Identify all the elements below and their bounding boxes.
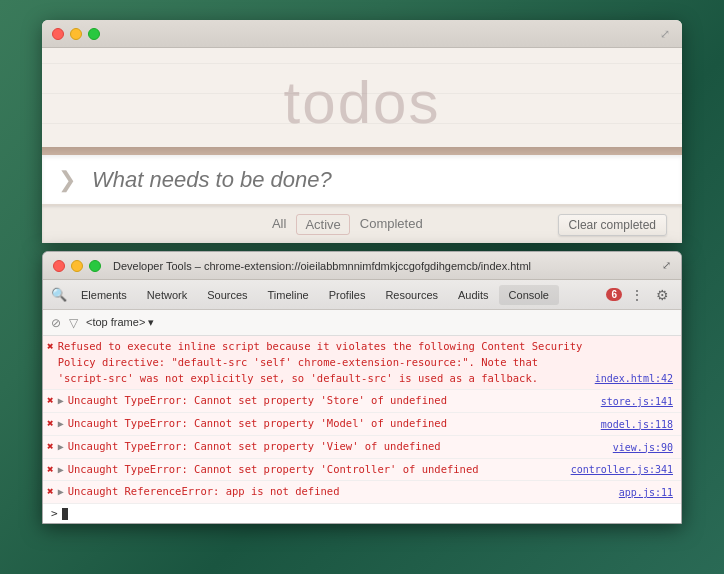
fullscreen-icon[interactable]: ⤢ (658, 27, 672, 41)
console-msg-source-4[interactable]: controller.js:341 (571, 464, 673, 477)
console-message-2: ✖ ▶ Uncaught TypeError: Cannot set prope… (43, 413, 681, 436)
console-msg-source-0[interactable]: index.html:42 (595, 373, 673, 386)
frame-selector[interactable]: <top frame> ▾ (86, 316, 154, 329)
tab-timeline[interactable]: Timeline (258, 285, 319, 305)
console-msg-source-2[interactable]: model.js:118 (601, 419, 673, 432)
console-msg-text-2: Uncaught TypeError: Cannot set property … (68, 416, 597, 432)
expand-arrow-4[interactable]: ▶ (58, 462, 64, 475)
close-button[interactable] (52, 28, 64, 40)
devtools-menu-icon[interactable]: ⋮ (626, 285, 648, 305)
console-message-1: ✖ ▶ Uncaught TypeError: Cannot set prope… (43, 390, 681, 413)
filter-completed[interactable]: Completed (352, 214, 431, 235)
todo-window: ⤢ todos ❯ All Active Completed Clear com… (42, 20, 682, 243)
devtools-minimize-button[interactable] (71, 260, 83, 272)
todo-footer: All Active Completed Clear completed (42, 205, 682, 243)
tab-sources[interactable]: Sources (197, 285, 257, 305)
console-cursor (62, 508, 68, 520)
console-msg-text-4: Uncaught TypeError: Cannot set property … (68, 462, 567, 478)
tab-resources[interactable]: Resources (375, 285, 448, 305)
filter-icon[interactable]: ▽ (69, 316, 78, 330)
expand-arrow-5[interactable]: ▶ (58, 484, 64, 497)
zoom-button[interactable] (88, 28, 100, 40)
console-msg-text-1: Uncaught TypeError: Cannot set property … (68, 393, 597, 409)
devtools-zoom-button[interactable] (89, 260, 101, 272)
app-title: todos (42, 68, 682, 147)
devtools-window: Developer Tools – chrome-extension://oie… (42, 251, 682, 524)
expand-arrow-2[interactable]: ▶ (58, 416, 64, 429)
console-msg-text-5: Uncaught ReferenceError: app is not defi… (68, 484, 615, 500)
console-msg-source-5[interactable]: app.js:11 (619, 487, 673, 500)
expand-arrow-1[interactable]: ▶ (58, 393, 64, 406)
toggle-all-icon[interactable]: ❯ (42, 167, 92, 193)
console-msg-source-3[interactable]: view.js:90 (613, 442, 673, 455)
error-icon-5: ✖ (47, 484, 54, 498)
console-prompt: > (51, 507, 58, 520)
error-icon-0: ✖ (47, 339, 54, 353)
new-todo-input[interactable] (92, 167, 682, 193)
error-count-badge: 6 (606, 288, 622, 301)
tab-network[interactable]: Network (137, 285, 197, 305)
console-message-4: ✖ ▶ Uncaught TypeError: Cannot set prope… (43, 459, 681, 482)
frame-selector-label: <top frame> (86, 316, 145, 328)
filter-bar: All Active Completed (264, 214, 431, 235)
error-icon-4: ✖ (47, 462, 54, 476)
error-icon-3: ✖ (47, 439, 54, 453)
devtools-settings-icon[interactable]: ⚙ (652, 285, 673, 305)
console-msg-text-0: Refused to execute inline script because… (58, 339, 591, 386)
tab-console[interactable]: Console (499, 285, 559, 305)
todo-app-content: todos ❯ All Active Completed Clear compl… (42, 48, 682, 243)
todo-titlebar: ⤢ (42, 20, 682, 48)
todo-decoration-bar (42, 147, 682, 155)
console-msg-source-1[interactable]: store.js:141 (601, 396, 673, 409)
console-message-5: ✖ ▶ Uncaught ReferenceError: app is not … (43, 481, 681, 504)
console-message-0: ✖ Refused to execute inline script becau… (43, 336, 681, 390)
devtools-right-icons: 6 ⋮ ⚙ (606, 285, 673, 305)
tab-profiles[interactable]: Profiles (319, 285, 376, 305)
console-input-row[interactable]: > (43, 504, 681, 523)
devtools-close-button[interactable] (53, 260, 65, 272)
tab-elements[interactable]: Elements (71, 285, 137, 305)
tab-audits[interactable]: Audits (448, 285, 499, 305)
devtools-title: Developer Tools – chrome-extension://oie… (113, 260, 656, 272)
filter-active[interactable]: Active (296, 214, 349, 235)
devtools-titlebar: Developer Tools – chrome-extension://oie… (43, 252, 681, 280)
console-msg-text-3: Uncaught TypeError: Cannot set property … (68, 439, 609, 455)
todo-input-row: ❯ (42, 155, 682, 205)
error-icon-2: ✖ (47, 416, 54, 430)
error-icon-1: ✖ (47, 393, 54, 407)
expand-arrow-3[interactable]: ▶ (58, 439, 64, 452)
console-message-3: ✖ ▶ Uncaught TypeError: Cannot set prope… (43, 436, 681, 459)
clear-completed-button[interactable]: Clear completed (558, 214, 667, 236)
devtools-tab-bar: 🔍 Elements Network Sources Timeline Prof… (43, 280, 681, 310)
minimize-button[interactable] (70, 28, 82, 40)
clear-console-icon[interactable]: ⊘ (51, 316, 61, 330)
devtools-search-icon[interactable]: 🔍 (51, 287, 67, 302)
console-output: ✖ Refused to execute inline script becau… (43, 336, 681, 523)
filter-all[interactable]: All (264, 214, 294, 235)
devtools-sub-toolbar: ⊘ ▽ <top frame> ▾ (43, 310, 681, 336)
devtools-expand-icon[interactable]: ⤢ (662, 259, 671, 272)
